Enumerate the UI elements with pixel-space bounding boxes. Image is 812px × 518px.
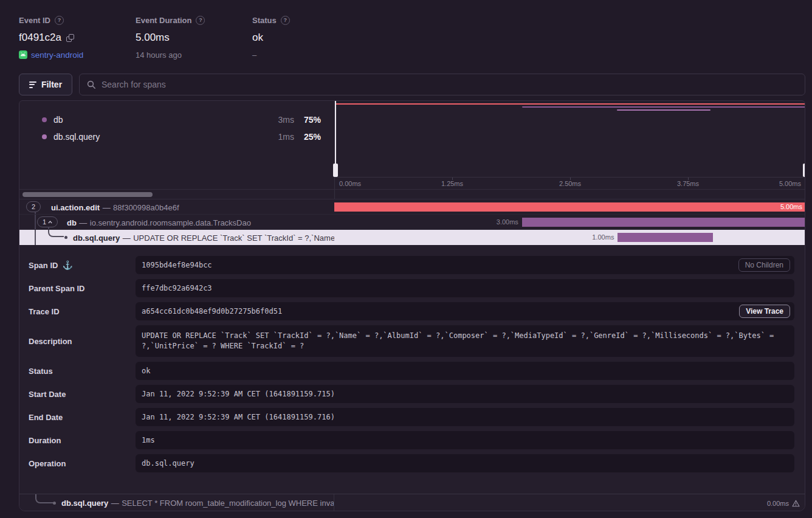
- op-color-dot: [42, 134, 47, 139]
- android-icon: [19, 50, 27, 59]
- tree-connector: [35, 494, 54, 503]
- minimap-span-line: [617, 109, 710, 111]
- span-row-db-sql-query-selected[interactable]: db.sql.query — UPDATE OR REPLACE `Track`…: [19, 230, 805, 245]
- detail-value-box: db.sql.query: [136, 454, 794, 472]
- op-duration: 3ms: [267, 115, 294, 125]
- span-duration: 3.00ms: [497, 218, 518, 226]
- help-icon[interactable]: ?: [55, 16, 64, 25]
- ops-row-db-sql-query[interactable]: db.sql.query 1ms 25%: [42, 128, 321, 145]
- detail-label: Trace ID: [29, 307, 60, 316]
- detail-label: Start Date: [29, 390, 66, 399]
- detail-row-status: Status ok: [29, 362, 794, 380]
- axis-label: 0.00ms: [339, 180, 361, 187]
- span-description: SELECT * FROM room_table_modification_lo…: [122, 499, 334, 508]
- span-op: db.sql.query: [61, 499, 108, 508]
- span-duration: 0.00ms: [767, 500, 789, 507]
- separator: —: [123, 233, 131, 243]
- span-dot: [53, 502, 56, 505]
- span-row-ui-action-edit[interactable]: 2 ui.action.edit — 88f300998a0b4e6f 5.00…: [19, 199, 805, 215]
- detail-row-trace-id: Trace ID a654cc61dc0b48ef9d0b27275b6f0d5…: [29, 302, 794, 320]
- children-toggle[interactable]: 2: [26, 201, 41, 212]
- detail-label: Status: [29, 367, 53, 376]
- span-bar[interactable]: [618, 233, 713, 242]
- span-op: db: [67, 218, 77, 227]
- event-duration-value: 5.00ms: [136, 32, 170, 44]
- parent-span-id-value: ffe7dbc92a6942c3: [142, 283, 212, 294]
- span-op: db.sql.query: [73, 233, 120, 243]
- status-sub: –: [252, 50, 256, 60]
- event-duration-label: Event Duration: [136, 16, 191, 25]
- detail-row-operation: Operation db.sql.query: [29, 454, 794, 472]
- detail-label: Description: [29, 337, 72, 346]
- no-children-badge: No Children: [738, 258, 790, 272]
- tree-scrollbar-thumb[interactable]: [22, 192, 153, 197]
- tree-guide-line: [35, 230, 36, 245]
- help-icon[interactable]: ?: [281, 16, 290, 25]
- end-date-value: Jan 11, 2022 9:52:39 AM CET (1641891159.…: [142, 412, 335, 423]
- detail-value-box: UPDATE OR REPLACE `Track` SET `TrackId` …: [136, 325, 794, 357]
- op-percentage: 25%: [294, 132, 321, 142]
- view-trace-button[interactable]: View Trace: [739, 305, 790, 318]
- search-icon: [87, 80, 96, 89]
- span-toolbar: Filter: [19, 74, 805, 95]
- op-color-dot: [42, 117, 47, 122]
- span-bar[interactable]: [522, 218, 805, 227]
- event-age: 14 hours ago: [136, 50, 182, 60]
- minimap-right-grip[interactable]: [803, 164, 805, 177]
- event-duration-column: Event Duration ? 5.00ms 14 hours ago: [136, 15, 252, 60]
- span-description: 88f300998a0b4e6f: [113, 203, 179, 212]
- detail-label: Duration: [29, 436, 61, 445]
- axis-label: 5.00ms: [779, 180, 801, 187]
- event-id-value: f0491c2a: [19, 32, 61, 44]
- span-details: Span ID ⚓ 1095bd4ef8e94bcc No Children P…: [19, 245, 805, 477]
- filter-icon: [29, 81, 36, 88]
- span-bar[interactable]: [334, 202, 805, 212]
- span-duration: 5.00ms: [780, 203, 802, 211]
- detail-label: Parent Span ID: [29, 284, 84, 293]
- detail-value-box: ffe7dbc92a6942c3: [136, 279, 794, 297]
- detail-value-box: 1ms: [136, 431, 794, 449]
- event-header: Event ID ? f0491c2a sentry-android Event…: [19, 15, 369, 60]
- op-name: db.sql.query: [53, 132, 100, 142]
- event-id-label: Event ID: [19, 16, 50, 25]
- status-column: Status ? ok –: [252, 15, 369, 60]
- time-axis: 0.00ms 1.25ms 2.50ms 3.75ms 5.00ms: [334, 177, 805, 189]
- copy-icon[interactable]: [66, 34, 74, 42]
- trace-minimap[interactable]: [335, 101, 805, 177]
- help-icon[interactable]: ?: [196, 16, 205, 25]
- span-id-value: 1095bd4ef8e94bcc: [142, 260, 212, 271]
- minimap-span-line: [335, 103, 805, 105]
- detail-label: Operation: [29, 459, 66, 468]
- axis-label: 3.75ms: [677, 180, 699, 187]
- project-link[interactable]: sentry-android: [31, 50, 83, 60]
- detail-row-end-date: End Date Jan 11, 2022 9:52:39 AM CET (16…: [29, 408, 794, 426]
- description-value: UPDATE OR REPLACE `Track` SET `TrackId` …: [142, 331, 788, 351]
- span-row-db-sql-query-select[interactable]: db.sql.query — SELECT * FROM room_table_…: [19, 494, 805, 511]
- detail-value-box: Jan 11, 2022 9:52:39 AM CET (1641891159.…: [136, 385, 794, 403]
- search-input[interactable]: [102, 80, 797, 89]
- span-row-db[interactable]: 1 db — io.sentry.android.roomsample.data…: [19, 215, 805, 230]
- minimap-left-grip[interactable]: [333, 164, 338, 177]
- detail-row-start-date: Start Date Jan 11, 2022 9:52:39 AM CET (…: [29, 385, 794, 403]
- detail-row-parent-span-id: Parent Span ID ffe7dbc92a6942c3: [29, 279, 794, 297]
- warning-icon: [792, 500, 800, 507]
- separator: —: [103, 203, 111, 212]
- operation-value: db.sql.query: [142, 458, 194, 469]
- tree-scrollbar: [19, 189, 805, 199]
- minimap-right-handle[interactable]: [805, 101, 805, 177]
- detail-value-box: 1095bd4ef8e94bcc No Children: [136, 256, 794, 274]
- ops-row-db[interactable]: db 3ms 75%: [42, 111, 321, 128]
- span-duration: 1.00ms: [592, 233, 614, 241]
- detail-row-duration: Duration 1ms: [29, 431, 794, 449]
- filter-button[interactable]: Filter: [19, 74, 72, 95]
- chevron-up-icon: [48, 221, 52, 224]
- tree-connector: [48, 230, 64, 237]
- separator: —: [111, 499, 119, 508]
- children-count: 2: [32, 203, 35, 210]
- children-toggle[interactable]: 1: [37, 216, 58, 227]
- span-search[interactable]: [79, 74, 805, 95]
- op-percentage: 75%: [294, 115, 321, 125]
- anchor-icon[interactable]: ⚓: [62, 261, 72, 269]
- event-id-column: Event ID ? f0491c2a sentry-android: [19, 15, 136, 60]
- separator: —: [79, 218, 87, 227]
